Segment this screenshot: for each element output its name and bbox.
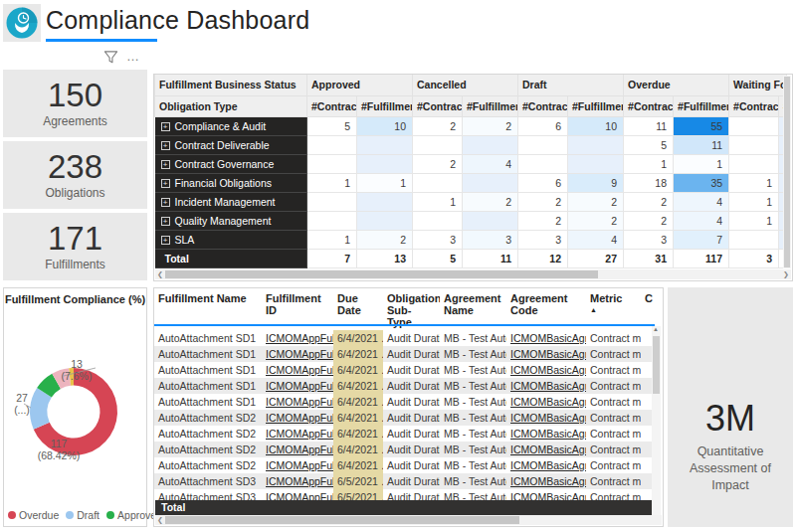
matrix-cell[interactable]: 1 xyxy=(624,154,674,173)
table-cell-link[interactable]: ICMOMBasicAgr… xyxy=(506,362,586,378)
table-cell-link[interactable]: ICMOMAppFulfi… xyxy=(262,410,333,426)
matrix-cell[interactable]: 2 xyxy=(624,192,674,211)
table-cell-link[interactable]: ICMOMBasicAgr… xyxy=(506,473,586,489)
matrix-cell[interactable] xyxy=(729,116,779,135)
matrix-cell[interactable]: 1 xyxy=(729,211,779,230)
table-cell-link[interactable]: ICMOMBasicAgr… xyxy=(506,346,586,362)
table-cell-link[interactable]: ICMOMBasicAgr… xyxy=(506,410,586,426)
matrix-cell[interactable]: 6 xyxy=(518,173,568,192)
expand-icon[interactable]: + xyxy=(161,179,170,188)
matrix-cell[interactable] xyxy=(518,135,568,154)
matrix-subheader[interactable]: #Fulfillments xyxy=(674,95,729,116)
table-cell-link[interactable]: ICMOMAppFulfi… xyxy=(262,378,333,394)
table-row[interactable]: AutoAttachment SD1ICMOMAppFulfi…6/4/2021… xyxy=(154,346,655,362)
matrix-cell[interactable]: 2 xyxy=(518,192,568,211)
matrix-cell[interactable] xyxy=(413,211,463,230)
table-cell-link[interactable]: ICMOMAppFulfi… xyxy=(262,362,333,378)
matrix-cell[interactable]: 7 xyxy=(674,230,729,249)
matrix-cell[interactable] xyxy=(357,154,413,173)
matrix-cell[interactable] xyxy=(357,135,413,154)
matrix-cell[interactable]: 10 xyxy=(568,116,624,135)
matrix-group-header[interactable]: Draft xyxy=(518,75,624,95)
legend-item-overdue[interactable]: Overdue xyxy=(8,509,59,521)
more-options-icon[interactable]: … xyxy=(126,53,140,61)
matrix-group-header[interactable]: Overdue xyxy=(624,75,729,95)
matrix-cell[interactable]: 12 xyxy=(518,249,568,267)
matrix-subheader[interactable]: #Contracts xyxy=(624,95,674,116)
scroll-up-icon[interactable]: ▲ xyxy=(652,326,660,332)
matrix-cell[interactable]: 117 xyxy=(674,249,729,267)
matrix-cell[interactable]: 2 xyxy=(357,230,413,249)
matrix-cell[interactable] xyxy=(729,230,779,249)
matrix-subheader[interactable]: #Contracts xyxy=(413,95,463,116)
matrix-cell[interactable]: 3 xyxy=(463,230,518,249)
matrix-cell[interactable]: 2 xyxy=(463,116,518,135)
matrix-row-label[interactable]: +SLA xyxy=(155,230,307,249)
matrix-subheader[interactable]: #Fulfillments xyxy=(463,95,518,116)
table-cell-link[interactable]: ICMOMAppFulfi… xyxy=(262,346,333,362)
matrix-subheader[interactable]: #Contracts xyxy=(307,95,357,116)
table-row[interactable]: AutoAttachment SD1ICMOMAppFulfi…6/4/2021… xyxy=(154,362,655,378)
scroll-left-icon[interactable]: ❮ xyxy=(155,516,165,524)
matrix-cell[interactable]: 2 xyxy=(518,211,568,230)
table-row[interactable]: AutoAttachment SD2ICMOMAppFulfi…6/4/2021… xyxy=(154,426,655,442)
matrix-cell[interactable]: 1 xyxy=(729,173,779,192)
matrix-cell[interactable] xyxy=(568,154,624,173)
matrix-vertical-scrollbar[interactable] xyxy=(783,76,791,268)
expand-icon[interactable]: + xyxy=(161,217,170,226)
expand-icon[interactable]: + xyxy=(161,236,170,245)
matrix-cell[interactable]: 3 xyxy=(624,230,674,249)
matrix-horizontal-scrollbar[interactable]: ❮ ❯ xyxy=(155,269,791,279)
matrix-cell[interactable]: 1 xyxy=(307,173,357,192)
matrix-row-label[interactable]: +Financial Obligations xyxy=(155,173,307,192)
matrix-cell[interactable] xyxy=(518,154,568,173)
matrix-subheader[interactable]: #Contracts xyxy=(729,95,779,116)
table-cell-link[interactable]: ICMOMBasicAgr… xyxy=(506,378,586,394)
matrix-row-label[interactable]: +Contract Governance xyxy=(155,154,307,173)
matrix-cell[interactable]: 31 xyxy=(624,249,674,267)
matrix-cell[interactable]: 10 xyxy=(357,116,413,135)
expand-icon[interactable]: + xyxy=(161,141,170,150)
table-cell-link[interactable]: ICMOMBasicAgr… xyxy=(506,426,586,442)
matrix-cell[interactable] xyxy=(729,135,779,154)
matrix-cell[interactable] xyxy=(307,211,357,230)
matrix-cell[interactable] xyxy=(568,135,624,154)
matrix-cell[interactable]: 3 xyxy=(413,230,463,249)
matrix-cell[interactable]: 2 xyxy=(413,116,463,135)
table-row[interactable]: AutoAttachment SD2ICMOMAppFulfi…6/4/2021… xyxy=(154,410,655,426)
matrix-cell[interactable] xyxy=(357,192,413,211)
table-cell-link[interactable]: ICMOMBasicAgr… xyxy=(506,394,586,410)
table-cell-link[interactable]: ICMOMBasicAgr… xyxy=(506,457,586,473)
matrix-cell[interactable]: 2 xyxy=(413,154,463,173)
matrix-cell[interactable]: 1 xyxy=(307,230,357,249)
matrix-cell[interactable] xyxy=(413,173,463,192)
table-cell-link[interactable]: ICMOMBasicAgr… xyxy=(506,330,586,346)
matrix-cell[interactable]: 2 xyxy=(568,211,624,230)
matrix-cell[interactable]: 4 xyxy=(568,230,624,249)
matrix-cell[interactable]: 11 xyxy=(674,135,729,154)
matrix-cell[interactable]: 2 xyxy=(568,192,624,211)
matrix-cell[interactable]: 18 xyxy=(624,173,674,192)
matrix-cell[interactable]: 6 xyxy=(518,116,568,135)
table-vertical-scrollbar[interactable]: ▲ xyxy=(652,326,661,516)
matrix-cell[interactable] xyxy=(463,173,518,192)
matrix-cell[interactable]: 7 xyxy=(307,249,357,267)
matrix-cell[interactable]: 4 xyxy=(463,154,518,173)
matrix-row-label[interactable]: +Compliance & Audit xyxy=(155,116,307,135)
table-cell-link[interactable]: ICMOMAppFulfi… xyxy=(262,442,333,457)
table-row[interactable]: AutoAttachment SD2ICMOMAppFulfi…6/4/2021… xyxy=(154,442,655,457)
matrix-cell[interactable] xyxy=(357,211,413,230)
legend-item-draft[interactable]: Draft xyxy=(66,509,100,521)
matrix-total-label[interactable]: Total xyxy=(155,249,307,267)
table-horizontal-scrollbar[interactable]: ❮ xyxy=(155,515,662,525)
matrix-group-header[interactable]: Cancelled xyxy=(413,75,518,95)
table-row[interactable]: AutoAttachment SD3ICMOMAppFulfi…6/5/2021… xyxy=(154,473,655,489)
table-cell-link[interactable]: ICMOMAppFulfi… xyxy=(262,394,333,410)
matrix-cell[interactable] xyxy=(413,135,463,154)
matrix-row-label[interactable]: +Incident Management xyxy=(155,192,307,211)
matrix-subheader[interactable]: #Contracts xyxy=(518,95,568,116)
matrix-cell[interactable] xyxy=(307,192,357,211)
matrix-cell[interactable]: 11 xyxy=(463,249,518,267)
matrix-cell[interactable]: 35 xyxy=(674,173,729,192)
scroll-left-icon[interactable]: ❮ xyxy=(155,270,165,278)
